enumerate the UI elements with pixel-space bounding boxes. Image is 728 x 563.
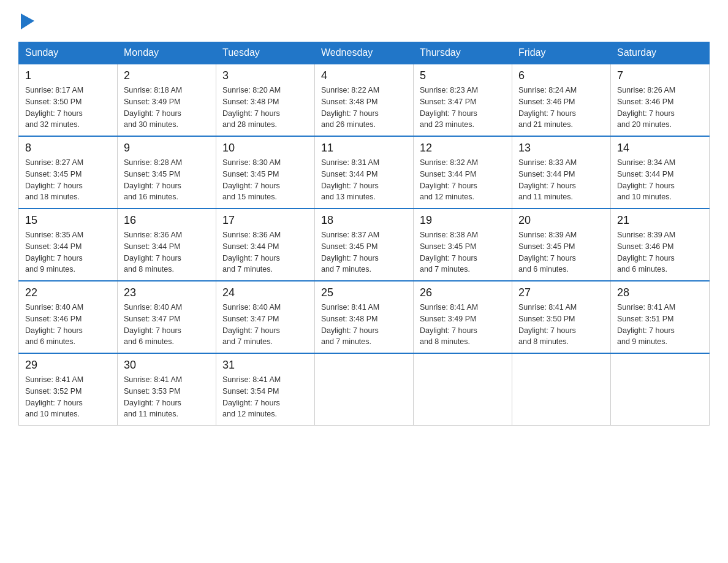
day-number: 11 <box>321 142 407 155</box>
calendar-cell <box>315 353 414 426</box>
calendar-cell: 9 Sunrise: 8:28 AMSunset: 3:45 PMDayligh… <box>118 136 216 209</box>
calendar-cell: 19 Sunrise: 8:38 AMSunset: 3:45 PMDaylig… <box>414 209 512 281</box>
calendar-cell: 16 Sunrise: 8:36 AMSunset: 3:44 PMDaylig… <box>118 209 216 281</box>
logo-triangle-icon <box>21 13 34 29</box>
svg-marker-0 <box>21 13 34 29</box>
calendar-cell: 24 Sunrise: 8:40 AMSunset: 3:47 PMDaylig… <box>216 281 315 353</box>
calendar-cell: 10 Sunrise: 8:30 AMSunset: 3:45 PMDaylig… <box>216 136 315 209</box>
day-info: Sunrise: 8:41 AMSunset: 3:49 PMDaylight:… <box>420 303 478 346</box>
calendar-cell: 4 Sunrise: 8:22 AMSunset: 3:48 PMDayligh… <box>315 64 414 136</box>
calendar-cell: 6 Sunrise: 8:24 AMSunset: 3:46 PMDayligh… <box>512 64 611 136</box>
day-number: 6 <box>518 69 604 82</box>
calendar-cell <box>611 353 710 426</box>
day-header-sunday: Sunday <box>19 42 118 64</box>
day-number: 21 <box>617 214 703 227</box>
day-number: 3 <box>222 69 308 82</box>
day-number: 30 <box>124 359 210 372</box>
day-info: Sunrise: 8:27 AMSunset: 3:45 PMDaylight:… <box>25 158 83 201</box>
calendar-cell: 1 Sunrise: 8:17 AMSunset: 3:50 PMDayligh… <box>19 64 118 136</box>
day-number: 5 <box>420 69 506 82</box>
day-info: Sunrise: 8:39 AMSunset: 3:46 PMDaylight:… <box>617 231 675 274</box>
day-number: 31 <box>222 359 308 372</box>
day-header-monday: Monday <box>118 42 216 64</box>
day-number: 23 <box>124 286 210 299</box>
week-row-4: 22 Sunrise: 8:40 AMSunset: 3:46 PMDaylig… <box>19 281 710 353</box>
calendar-cell: 25 Sunrise: 8:41 AMSunset: 3:48 PMDaylig… <box>315 281 414 353</box>
day-info: Sunrise: 8:28 AMSunset: 3:45 PMDaylight:… <box>124 158 182 201</box>
calendar-cell: 13 Sunrise: 8:33 AMSunset: 3:44 PMDaylig… <box>512 136 611 209</box>
calendar-cell: 27 Sunrise: 8:41 AMSunset: 3:50 PMDaylig… <box>512 281 611 353</box>
day-info: Sunrise: 8:40 AMSunset: 3:47 PMDaylight:… <box>124 303 182 346</box>
page-header <box>18 12 710 29</box>
header-row: SundayMondayTuesdayWednesdayThursdayFrid… <box>19 42 710 64</box>
day-header-wednesday: Wednesday <box>315 42 414 64</box>
day-info: Sunrise: 8:36 AMSunset: 3:44 PMDaylight:… <box>222 231 281 274</box>
day-info: Sunrise: 8:20 AMSunset: 3:48 PMDaylight:… <box>222 86 281 129</box>
week-row-1: 1 Sunrise: 8:17 AMSunset: 3:50 PMDayligh… <box>19 64 710 136</box>
day-number: 10 <box>222 142 308 155</box>
day-info: Sunrise: 8:33 AMSunset: 3:44 PMDaylight:… <box>518 158 577 201</box>
day-number: 24 <box>222 286 308 299</box>
week-row-3: 15 Sunrise: 8:35 AMSunset: 3:44 PMDaylig… <box>19 209 710 281</box>
day-number: 25 <box>321 286 407 299</box>
day-info: Sunrise: 8:39 AMSunset: 3:45 PMDaylight:… <box>518 231 577 274</box>
calendar-cell: 5 Sunrise: 8:23 AMSunset: 3:47 PMDayligh… <box>414 64 512 136</box>
day-info: Sunrise: 8:26 AMSunset: 3:46 PMDaylight:… <box>617 86 675 129</box>
calendar-cell <box>414 353 512 426</box>
day-info: Sunrise: 8:41 AMSunset: 3:53 PMDaylight:… <box>124 375 182 418</box>
week-row-2: 8 Sunrise: 8:27 AMSunset: 3:45 PMDayligh… <box>19 136 710 209</box>
day-number: 7 <box>617 69 703 82</box>
calendar-cell: 29 Sunrise: 8:41 AMSunset: 3:52 PMDaylig… <box>19 353 118 426</box>
calendar-cell: 17 Sunrise: 8:36 AMSunset: 3:44 PMDaylig… <box>216 209 315 281</box>
calendar-cell: 2 Sunrise: 8:18 AMSunset: 3:49 PMDayligh… <box>118 64 216 136</box>
day-number: 2 <box>124 69 210 82</box>
day-number: 8 <box>25 142 111 155</box>
calendar-cell: 14 Sunrise: 8:34 AMSunset: 3:44 PMDaylig… <box>611 136 710 209</box>
calendar-table: SundayMondayTuesdayWednesdayThursdayFrid… <box>18 42 710 426</box>
day-info: Sunrise: 8:38 AMSunset: 3:45 PMDaylight:… <box>420 231 478 274</box>
calendar-cell: 15 Sunrise: 8:35 AMSunset: 3:44 PMDaylig… <box>19 209 118 281</box>
day-number: 13 <box>518 142 604 155</box>
calendar-cell: 11 Sunrise: 8:31 AMSunset: 3:44 PMDaylig… <box>315 136 414 209</box>
calendar-cell: 23 Sunrise: 8:40 AMSunset: 3:47 PMDaylig… <box>118 281 216 353</box>
day-number: 17 <box>222 214 308 227</box>
day-info: Sunrise: 8:35 AMSunset: 3:44 PMDaylight:… <box>25 231 83 274</box>
calendar-cell: 12 Sunrise: 8:32 AMSunset: 3:44 PMDaylig… <box>414 136 512 209</box>
calendar-cell: 31 Sunrise: 8:41 AMSunset: 3:54 PMDaylig… <box>216 353 315 426</box>
calendar-cell <box>512 353 611 426</box>
calendar-cell: 7 Sunrise: 8:26 AMSunset: 3:46 PMDayligh… <box>611 64 710 136</box>
logo <box>18 12 34 29</box>
week-row-5: 29 Sunrise: 8:41 AMSunset: 3:52 PMDaylig… <box>19 353 710 426</box>
calendar-cell: 18 Sunrise: 8:37 AMSunset: 3:45 PMDaylig… <box>315 209 414 281</box>
calendar-cell: 21 Sunrise: 8:39 AMSunset: 3:46 PMDaylig… <box>611 209 710 281</box>
day-info: Sunrise: 8:36 AMSunset: 3:44 PMDaylight:… <box>124 231 182 274</box>
day-info: Sunrise: 8:22 AMSunset: 3:48 PMDaylight:… <box>321 86 379 129</box>
day-number: 29 <box>25 359 111 372</box>
day-header-saturday: Saturday <box>611 42 710 64</box>
day-number: 14 <box>617 142 703 155</box>
calendar-cell: 3 Sunrise: 8:20 AMSunset: 3:48 PMDayligh… <box>216 64 315 136</box>
day-number: 1 <box>25 69 111 82</box>
day-number: 9 <box>124 142 210 155</box>
day-info: Sunrise: 8:37 AMSunset: 3:45 PMDaylight:… <box>321 231 379 274</box>
day-header-friday: Friday <box>512 42 611 64</box>
day-info: Sunrise: 8:41 AMSunset: 3:51 PMDaylight:… <box>617 303 675 346</box>
day-info: Sunrise: 8:17 AMSunset: 3:50 PMDaylight:… <box>25 86 83 129</box>
calendar-cell: 8 Sunrise: 8:27 AMSunset: 3:45 PMDayligh… <box>19 136 118 209</box>
day-number: 28 <box>617 286 703 299</box>
calendar-cell: 20 Sunrise: 8:39 AMSunset: 3:45 PMDaylig… <box>512 209 611 281</box>
day-info: Sunrise: 8:40 AMSunset: 3:47 PMDaylight:… <box>222 303 281 346</box>
day-info: Sunrise: 8:18 AMSunset: 3:49 PMDaylight:… <box>124 86 182 129</box>
day-header-tuesday: Tuesday <box>216 42 315 64</box>
day-number: 27 <box>518 286 604 299</box>
calendar-cell: 26 Sunrise: 8:41 AMSunset: 3:49 PMDaylig… <box>414 281 512 353</box>
calendar-cell: 22 Sunrise: 8:40 AMSunset: 3:46 PMDaylig… <box>19 281 118 353</box>
day-info: Sunrise: 8:32 AMSunset: 3:44 PMDaylight:… <box>420 158 478 201</box>
day-info: Sunrise: 8:30 AMSunset: 3:45 PMDaylight:… <box>222 158 281 201</box>
day-number: 4 <box>321 69 407 82</box>
day-number: 12 <box>420 142 506 155</box>
day-info: Sunrise: 8:23 AMSunset: 3:47 PMDaylight:… <box>420 86 478 129</box>
day-number: 16 <box>124 214 210 227</box>
day-info: Sunrise: 8:41 AMSunset: 3:50 PMDaylight:… <box>518 303 577 346</box>
day-header-thursday: Thursday <box>414 42 512 64</box>
